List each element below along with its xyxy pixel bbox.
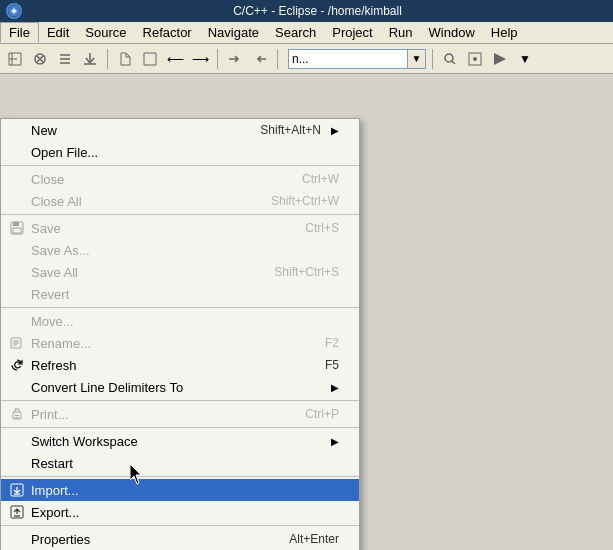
menu-help[interactable]: Help [483,22,526,43]
file-dropdown-menu: New Shift+Alt+N ▶ Open File... Close Ctr… [0,118,360,550]
separator-1 [1,165,359,166]
menu-item-restart[interactable]: Restart [1,452,359,474]
svg-rect-11 [15,417,19,418]
menu-item-revert-label: Revert [31,287,339,302]
menu-item-export-label: Export... [31,505,339,520]
menu-help-label: Help [491,25,518,40]
menu-item-close-shortcut: Ctrl+W [302,172,339,186]
menu-file-label: File [9,25,30,40]
menu-search-label: Search [275,25,316,40]
rename-icon [9,335,25,351]
export-icon [9,504,25,520]
menu-item-close-all[interactable]: Close All Shift+Ctrl+W [1,190,359,212]
toolbar-btn-14[interactable]: ▼ [514,48,536,70]
menu-item-switch-workspace-label: Switch Workspace [31,434,321,449]
menu-item-refresh[interactable]: Refresh F5 [1,354,359,376]
menu-item-new-label: New [31,123,230,138]
save-icon [9,220,25,236]
menu-item-save-as[interactable]: Save As... [1,239,359,261]
menu-window[interactable]: Window [421,22,483,43]
separator-6 [1,476,359,477]
menu-run[interactable]: Run [381,22,421,43]
menu-item-close-label: Close [31,172,272,187]
toolbar-btn-13[interactable] [489,48,511,70]
menu-item-save-shortcut: Ctrl+S [305,221,339,235]
toolbar-btn-9[interactable] [224,48,246,70]
menu-item-print-shortcut: Ctrl+P [305,407,339,421]
menu-project[interactable]: Project [324,22,380,43]
menu-refactor[interactable]: Refactor [135,22,200,43]
menu-item-refresh-shortcut: F5 [325,358,339,372]
menu-item-properties-label: Properties [31,532,259,547]
import-icon [9,482,25,498]
svg-point-4 [473,57,477,61]
menu-window-label: Window [429,25,475,40]
search-dropdown-btn[interactable]: ▼ [408,49,426,69]
toolbar-btn-1[interactable] [4,48,26,70]
menu-navigate-label: Navigate [208,25,259,40]
menu-item-print[interactable]: Print... Ctrl+P [1,403,359,425]
menu-item-save-all-label: Save All [31,265,244,280]
toolbar-btn-10[interactable] [249,48,271,70]
menu-item-save-label: Save [31,221,275,236]
menu-item-move-label: Move... [31,314,339,329]
menu-item-new[interactable]: New Shift+Alt+N ▶ [1,119,359,141]
menu-item-save[interactable]: Save Ctrl+S [1,217,359,239]
toolbar-separator [107,49,108,69]
toolbar-btn-5[interactable] [114,48,136,70]
menu-item-print-label: Print... [31,407,275,422]
menu-item-close[interactable]: Close Ctrl+W [1,168,359,190]
menu-project-label: Project [332,25,372,40]
toolbar-separator-3 [277,49,278,69]
refresh-icon [9,357,25,373]
menu-file[interactable]: File [0,22,39,43]
menu-item-export[interactable]: Export... [1,501,359,523]
separator-7 [1,525,359,526]
menu-item-save-all[interactable]: Save All Shift+Ctrl+S [1,261,359,283]
separator-5 [1,427,359,428]
submenu-arrow-convert-icon: ▶ [331,382,339,393]
toolbar-btn-12[interactable] [464,48,486,70]
menu-item-move[interactable]: Move... [1,310,359,332]
menu-item-convert-label: Convert Line Delimiters To [31,380,321,395]
menu-item-open-file-label: Open File... [31,145,339,160]
menu-item-import-label: Import... [31,483,339,498]
separator-4 [1,400,359,401]
submenu-arrow-icon: ▶ [331,125,339,136]
menu-item-properties[interactable]: Properties Alt+Enter [1,528,359,550]
menu-item-rename[interactable]: Rename... F2 [1,332,359,354]
menu-edit-label: Edit [47,25,69,40]
menu-item-close-all-shortcut: Shift+Ctrl+W [271,194,339,208]
separator-2 [1,214,359,215]
toolbar-btn-7[interactable]: ⟵ [164,48,186,70]
menu-item-import[interactable]: Import... [1,479,359,501]
main-content: New Shift+Alt+N ▶ Open File... Close Ctr… [0,74,613,550]
menu-item-convert[interactable]: Convert Line Delimiters To ▶ [1,376,359,398]
menu-item-save-as-label: Save As... [31,243,339,258]
menu-item-restart-label: Restart [31,456,339,471]
toolbar-search-area: ▼ [288,49,426,69]
menu-search[interactable]: Search [267,22,324,43]
menu-refactor-label: Refactor [143,25,192,40]
print-icon [9,406,25,422]
app-icon [6,3,22,19]
toolbar-btn-4[interactable] [79,48,101,70]
toolbar-btn-8[interactable]: ⟶ [189,48,211,70]
toolbar-btn-2[interactable] [29,48,51,70]
menu-item-switch-workspace[interactable]: Switch Workspace ▶ [1,430,359,452]
menu-run-label: Run [389,25,413,40]
toolbar-btn-6[interactable] [139,48,161,70]
toolbar-btn-3[interactable] [54,48,76,70]
menu-navigate[interactable]: Navigate [200,22,267,43]
toolbar-separator-2 [217,49,218,69]
toolbar-btn-11[interactable] [439,48,461,70]
menu-source[interactable]: Source [77,22,134,43]
menu-edit[interactable]: Edit [39,22,77,43]
search-input[interactable] [288,49,408,69]
menu-item-revert[interactable]: Revert [1,283,359,305]
toolbar: ⟵ ⟶ ▼ ▼ [0,44,613,74]
menu-item-open-file[interactable]: Open File... [1,141,359,163]
toolbar-separator-4 [432,49,433,69]
menu-item-properties-shortcut: Alt+Enter [289,532,339,546]
submenu-arrow-workspace-icon: ▶ [331,436,339,447]
